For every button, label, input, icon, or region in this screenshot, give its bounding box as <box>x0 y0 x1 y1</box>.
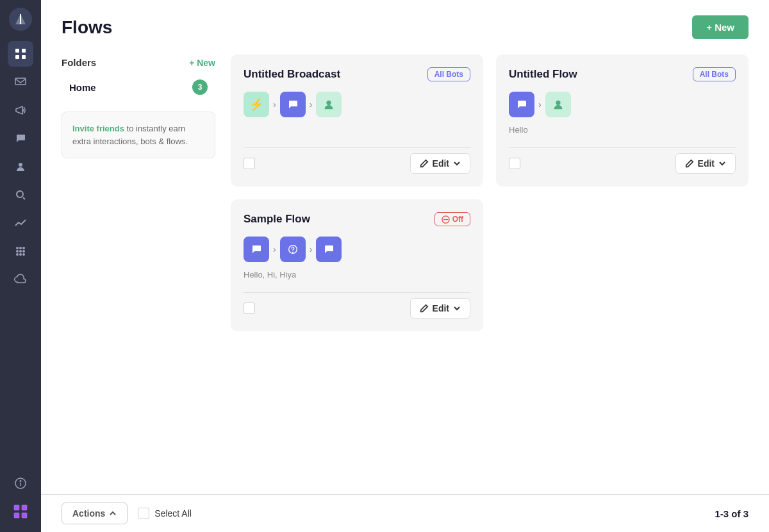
flow-description-2: Hello <box>509 125 736 135</box>
svg-point-14 <box>16 253 19 256</box>
select-all-area[interactable]: Select All <box>138 508 192 519</box>
flow-steps-3: › › <box>244 237 470 262</box>
svg-point-13 <box>22 250 25 253</box>
pagination-info: 1-3 of 3 <box>715 508 748 519</box>
folder-item-home[interactable]: Home 3 <box>62 73 215 101</box>
sidebar-item-flows[interactable] <box>8 41 33 67</box>
svg-point-12 <box>19 250 22 253</box>
all-bots-badge-2: All Bots <box>693 67 736 81</box>
flow-steps-2: › <box>509 92 736 117</box>
sidebar-item-contacts[interactable] <box>8 154 33 179</box>
content-area: Folders + New Home 3 Invite friends to i… <box>41 49 769 494</box>
step-arrow-4: › <box>273 244 276 254</box>
svg-point-10 <box>22 247 25 249</box>
svg-point-19 <box>20 481 21 482</box>
flow-card-header: Untitled Broadcast All Bots <box>244 67 470 81</box>
svg-rect-5 <box>22 55 26 59</box>
flows-grid: Untitled Broadcast All Bots ⚡ › › <box>231 49 748 494</box>
edit-button-2[interactable]: Edit <box>675 153 736 174</box>
svg-rect-20 <box>14 505 19 510</box>
svg-point-7 <box>17 191 23 197</box>
folders-new-link[interactable]: + New <box>189 58 215 68</box>
svg-point-24 <box>327 101 331 105</box>
flow-select-checkbox-2[interactable] <box>509 158 520 169</box>
edit-label-2: Edit <box>698 158 715 169</box>
step-icon-message-3a <box>244 237 269 262</box>
folders-title: Folders <box>62 57 96 68</box>
flow-card-sample-flow: Sample Flow Off › <box>231 199 483 331</box>
invite-box: Invite friends to instantly earn extra i… <box>62 112 215 158</box>
sidebar-item-broadcast[interactable] <box>8 97 33 123</box>
flow-description-3: Hello, Hi, Hiya <box>244 270 470 279</box>
step-icon-trigger: ⚡ <box>244 92 269 117</box>
svg-point-1 <box>20 22 22 24</box>
step-arrow: › <box>273 99 276 110</box>
sidebar-item-analytics[interactable] <box>8 210 33 236</box>
sidebar-item-inbox[interactable] <box>8 69 33 95</box>
sidebar-logo[interactable] <box>9 8 32 31</box>
invite-link[interactable]: Invite friends <box>72 124 124 133</box>
select-all-checkbox[interactable] <box>138 508 149 519</box>
step-arrow-3: › <box>538 99 542 110</box>
flow-card-title: Untitled Broadcast <box>244 68 340 81</box>
edit-label-3: Edit <box>433 303 449 313</box>
svg-point-11 <box>16 250 19 253</box>
off-badge: Off <box>434 212 470 226</box>
sidebar-item-info[interactable] <box>8 470 33 496</box>
step-icon-message-3b <box>316 237 342 262</box>
svg-point-9 <box>19 247 22 249</box>
flow-select-checkbox-3[interactable] <box>244 303 255 314</box>
svg-rect-3 <box>22 49 26 53</box>
flow-description <box>244 125 470 135</box>
all-bots-badge: All Bots <box>427 67 470 81</box>
edit-button[interactable]: Edit <box>410 153 470 174</box>
edit-button-3[interactable]: Edit <box>410 298 470 319</box>
main-content: Flows + New Folders + New Home 3 Invite … <box>41 0 769 532</box>
flow-card-footer: Edit <box>244 153 470 174</box>
folders-panel: Folders + New Home 3 Invite friends to i… <box>62 49 215 494</box>
step-icon-message-2 <box>509 92 534 117</box>
folder-item-label: Home <box>69 82 96 93</box>
svg-point-15 <box>19 253 22 256</box>
sidebar <box>0 0 41 532</box>
svg-point-25 <box>556 101 560 105</box>
flow-card-title-3: Sample Flow <box>244 213 310 226</box>
svg-rect-2 <box>15 49 19 53</box>
svg-point-8 <box>16 247 19 249</box>
sidebar-item-search[interactable] <box>8 182 33 208</box>
flow-card-divider <box>244 147 470 148</box>
step-icon-question <box>280 237 306 262</box>
svg-point-6 <box>19 163 22 167</box>
flow-card-divider-3 <box>244 292 470 293</box>
new-flow-button[interactable]: + New <box>692 15 748 39</box>
flow-card-divider-2 <box>509 147 736 148</box>
header: Flows + New <box>41 0 769 49</box>
actions-button[interactable]: Actions <box>62 503 128 524</box>
svg-rect-4 <box>15 55 19 59</box>
sidebar-item-apps[interactable] <box>8 238 33 264</box>
sidebar-item-grid[interactable] <box>8 499 33 524</box>
flow-card-untitled-flow: Untitled Flow All Bots › Hello <box>496 54 748 187</box>
svg-point-29 <box>292 252 294 253</box>
folder-item-badge: 3 <box>192 79 208 95</box>
svg-point-16 <box>22 253 25 256</box>
svg-rect-21 <box>22 505 27 510</box>
select-all-label: Select All <box>154 508 192 519</box>
flow-select-checkbox[interactable] <box>244 158 255 169</box>
step-icon-user <box>316 92 342 117</box>
sidebar-item-cloud[interactable] <box>8 267 33 292</box>
page-title: Flows <box>62 17 112 38</box>
step-arrow-5: › <box>310 244 313 254</box>
flow-card-footer-2: Edit <box>509 153 736 174</box>
edit-label: Edit <box>433 158 449 169</box>
folders-header: Folders + New <box>62 49 215 73</box>
flows-cards: Untitled Broadcast All Bots ⚡ › › <box>231 49 748 337</box>
step-icon-user-2 <box>545 92 571 117</box>
flow-card-header-3: Sample Flow Off <box>244 212 470 226</box>
svg-rect-22 <box>14 513 19 518</box>
step-icon-message <box>280 92 306 117</box>
flow-card-untitled-broadcast: Untitled Broadcast All Bots ⚡ › › <box>231 54 483 187</box>
sidebar-item-chat[interactable] <box>8 126 33 151</box>
flow-steps: ⚡ › › <box>244 92 470 117</box>
flow-card-footer-3: Edit <box>244 298 470 319</box>
